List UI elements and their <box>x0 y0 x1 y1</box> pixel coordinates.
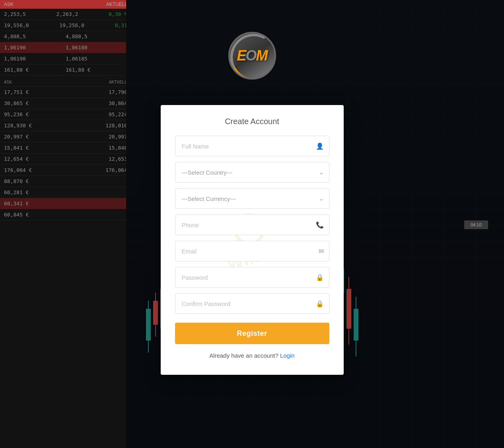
logo: EOM <box>228 32 276 80</box>
watermark: € WikiFX <box>129 86 376 394</box>
fullname-input[interactable] <box>175 136 329 156</box>
create-account-modal: € WikiFX Create Account 👤 ---Select Coun… <box>161 105 344 375</box>
login-prompt: Already have an account? Login <box>175 352 329 359</box>
country-select[interactable]: ---Select Country--- United States Unite… <box>175 162 329 183</box>
currency-select[interactable]: ---Select Currency--- USD - US Dollar EU… <box>175 188 329 209</box>
password-input[interactable] <box>175 267 329 288</box>
login-link[interactable]: Login <box>280 352 295 359</box>
currency-group: ---Select Currency--- USD - US Dollar EU… <box>175 188 329 209</box>
register-button[interactable]: Register <box>175 323 329 344</box>
phone-input[interactable] <box>175 214 329 235</box>
confirm-password-group: 🔒 <box>175 293 329 314</box>
confirm-password-input[interactable] <box>175 293 329 314</box>
password-group: 🔒 <box>175 267 329 288</box>
logo-container: EOM <box>228 32 276 80</box>
fullname-group: 👤 <box>175 136 329 156</box>
modal-title: Create Account <box>175 117 329 126</box>
country-group: ---Select Country--- United States Unite… <box>175 162 329 183</box>
phone-group: 📞 <box>175 214 329 235</box>
email-input[interactable] <box>175 241 329 261</box>
email-group: ✉ <box>175 241 329 261</box>
